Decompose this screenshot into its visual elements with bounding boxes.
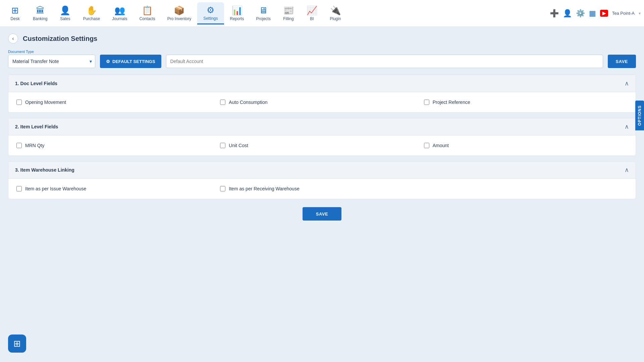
checkbox-row-doc-level: Opening Movement Auto Consumption Projec…	[16, 100, 628, 105]
nav-icon-plugin: 🔌	[330, 5, 341, 16]
checkbox-auto-consumption[interactable]	[220, 100, 225, 105]
nav-icon-contacts: 📋	[142, 5, 153, 16]
checkbox-label-issue-warehouse: Item as per Issue Warehouse	[25, 186, 86, 191]
nav-label-bi: BI	[310, 16, 314, 21]
checkbox-item-issue-warehouse: Item as per Issue Warehouse	[16, 186, 220, 191]
toolbar: Document Type Material Transfer Note ▾ ⚙…	[8, 50, 636, 68]
checkbox-item-auto-consumption: Auto Consumption	[220, 100, 424, 105]
save-button-bottom[interactable]: SAVE	[303, 207, 341, 221]
gear-icon: ⚙	[106, 59, 110, 64]
checkbox-amount[interactable]	[424, 143, 429, 148]
grid-icon[interactable]: ▦	[589, 9, 596, 18]
default-settings-label: DEFAULT SETTINGS	[112, 59, 155, 64]
nav-icon-desk: ⊞	[11, 5, 19, 16]
nav-label-plugin: Plugin	[330, 16, 341, 21]
nav-icon-projects: 🖥	[259, 5, 268, 16]
checkbox-item-mrn-qty: MRN Qty	[16, 143, 220, 148]
checkbox-label-amount: Amount	[433, 143, 449, 148]
nav-item-journals[interactable]: 👥 Journals	[106, 3, 133, 24]
settings-icon[interactable]: ⚙️	[576, 9, 585, 18]
nav-label-reports: Reports	[230, 16, 244, 21]
section-item-warehouse: 3. Item Warehouse Linking ∧ Item as per …	[8, 161, 636, 199]
nav-item-projects[interactable]: 🖥 Projects	[250, 3, 277, 24]
checkbox-row-item-level: MRN Qty Unit Cost Amount	[16, 143, 628, 148]
sections-container: 1. Doc Level Fields ∧ Opening Movement A…	[8, 75, 636, 199]
nav-icon-purchase: ✋	[86, 5, 97, 16]
checkbox-label-opening-movement: Opening Movement	[25, 100, 66, 105]
section-toggle-doc-level[interactable]: ∧	[625, 80, 629, 87]
nav-label-sales: Sales	[60, 16, 70, 21]
nav-icon-pro-inventory: 📦	[174, 5, 184, 16]
user-icon[interactable]: 👤	[563, 9, 572, 18]
checkbox-unit-cost[interactable]	[220, 143, 225, 148]
user-dropdown-arrow[interactable]: ▾	[639, 11, 641, 16]
checkbox-issue-warehouse[interactable]	[16, 186, 22, 191]
back-button[interactable]: ‹	[8, 34, 18, 44]
nav-item-bi[interactable]: 📈 BI	[300, 3, 324, 24]
section-toggle-item-warehouse[interactable]: ∧	[625, 166, 629, 174]
nav-icon-reports: 📊	[232, 5, 243, 16]
nav-item-desk[interactable]: ⊞ Desk	[3, 3, 27, 24]
nav-icon-bi: 📈	[307, 5, 317, 16]
nav-label-contacts: Contacts	[139, 16, 155, 21]
add-icon[interactable]: ➕	[550, 9, 559, 18]
main-content: ‹ Customization Settings Document Type M…	[0, 27, 644, 231]
checkbox-opening-movement[interactable]	[16, 100, 22, 105]
nav-item-contacts[interactable]: 📋 Contacts	[133, 3, 161, 24]
nav-label-pro-inventory: Pro Inventory	[167, 16, 191, 21]
checkbox-item-amount: Amount	[424, 143, 628, 148]
checkbox-item-opening-movement: Opening Movement	[16, 100, 220, 105]
doc-type-field: Document Type Material Transfer Note ▾	[8, 50, 95, 68]
page-title: Customization Settings	[23, 35, 97, 43]
nav-item-plugin[interactable]: 🔌 Plugin	[324, 3, 347, 24]
nav-label-desk: Desk	[10, 16, 19, 21]
checkbox-mrn-qty[interactable]	[16, 143, 22, 148]
nav-label-banking: Banking	[33, 16, 47, 21]
doc-type-select[interactable]: Material Transfer Note	[8, 55, 95, 68]
nav-label-filling: Filling	[283, 16, 293, 21]
default-account-input[interactable]	[166, 55, 603, 68]
nav-label-purchase: Purchase	[83, 16, 100, 21]
nav-icon-banking: 🏛	[36, 5, 45, 16]
nav-item-reports[interactable]: 📊 Reports	[224, 3, 250, 24]
grid-launcher-icon: ⊞	[13, 339, 21, 349]
youtube-icon[interactable]: ▶	[600, 10, 608, 17]
bottom-save-row: SAVE	[8, 207, 636, 221]
section-item-level: 2. Item Level Fields ∧ MRN Qty Unit Cost…	[8, 118, 636, 156]
nav-item-pro-inventory[interactable]: 📦 Pro Inventory	[161, 3, 197, 24]
checkbox-project-reference[interactable]	[424, 100, 429, 105]
nav-item-sales[interactable]: 👤 Sales	[53, 3, 77, 24]
section-title-doc-level: 1. Doc Level Fields	[15, 81, 57, 86]
checkbox-item-receiving-warehouse: Item as per Receiving Warehouse	[220, 186, 424, 191]
section-header-item-warehouse[interactable]: 3. Item Warehouse Linking ∧	[8, 162, 636, 179]
section-body-doc-level: Opening Movement Auto Consumption Projec…	[8, 92, 636, 112]
grid-launcher-button[interactable]: ⊞	[8, 335, 26, 353]
checkbox-label-auto-consumption: Auto Consumption	[229, 100, 267, 105]
section-toggle-item-level[interactable]: ∧	[625, 123, 629, 130]
nav-item-filling[interactable]: 📰 Filling	[277, 3, 300, 24]
nav-label-settings: Settings	[203, 16, 218, 21]
nav-icon-filling: 📰	[283, 5, 294, 16]
checkbox-label-mrn-qty: MRN Qty	[25, 143, 45, 148]
user-label[interactable]: Tea Point-A	[612, 11, 635, 16]
checkbox-label-project-reference: Project Reference	[433, 100, 470, 105]
section-body-item-warehouse: Item as per Issue Warehouse Item as per …	[8, 179, 636, 199]
nav-items: ⊞ Desk🏛 Banking👤 Sales✋ Purchase👥 Journa…	[3, 2, 550, 24]
checkbox-item-unit-cost: Unit Cost	[220, 143, 424, 148]
nav-icon-journals: 👥	[114, 5, 125, 16]
section-header-item-level[interactable]: 2. Item Level Fields ∧	[8, 118, 636, 135]
save-button-top[interactable]: SAVE	[608, 55, 636, 68]
section-title-item-level: 2. Item Level Fields	[15, 124, 58, 129]
section-header-doc-level[interactable]: 1. Doc Level Fields ∧	[8, 75, 636, 92]
nav-label-projects: Projects	[256, 16, 271, 21]
checkbox-receiving-warehouse[interactable]	[220, 186, 225, 191]
checkbox-label-unit-cost: Unit Cost	[229, 143, 248, 148]
nav-label-journals: Journals	[112, 16, 127, 21]
options-tab[interactable]: OPTIONS	[635, 101, 644, 130]
checkbox-label-receiving-warehouse: Item as per Receiving Warehouse	[229, 186, 299, 191]
nav-item-banking[interactable]: 🏛 Banking	[27, 3, 53, 24]
nav-item-settings[interactable]: ⚙ Settings	[197, 2, 224, 24]
nav-item-purchase[interactable]: ✋ Purchase	[77, 3, 106, 24]
default-settings-button[interactable]: ⚙ DEFAULT SETTINGS	[100, 55, 161, 68]
checkbox-row-item-warehouse: Item as per Issue Warehouse Item as per …	[16, 186, 628, 191]
